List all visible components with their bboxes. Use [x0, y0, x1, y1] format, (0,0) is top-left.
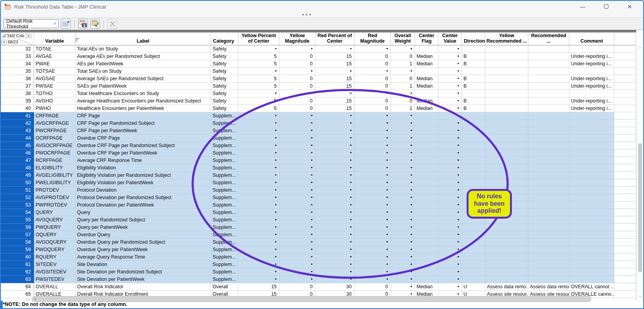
column-header-center-value[interactable]: Center Value	[438, 32, 462, 45]
red-recommended-cell[interactable]	[528, 201, 569, 209]
category-cell[interactable]: Supplem...	[211, 268, 238, 276]
yellow-recommended-cell[interactable]	[485, 97, 528, 105]
variable-cell[interactable]: AVGOQUERY	[34, 239, 75, 246]
red-magnitude-cell[interactable]: 0	[354, 97, 391, 105]
row-number-cell[interactable]: 39	[1, 97, 34, 105]
direction-cell[interactable]	[462, 112, 485, 120]
yellow-recommended-cell[interactable]	[485, 135, 528, 142]
center-value-cell[interactable]: •	[438, 224, 462, 231]
direction-cell[interactable]	[462, 127, 485, 135]
red-percent-cell[interactable]: 15	[315, 53, 354, 60]
spacer-cell[interactable]	[614, 187, 636, 194]
yellow-magnitude-cell[interactable]: 0	[279, 283, 315, 291]
variable-cell[interactable]: OCRFPAGE	[34, 135, 75, 142]
comment-cell[interactable]	[569, 224, 614, 231]
category-cell[interactable]: Supplem...	[211, 179, 238, 187]
overall-weight-cell[interactable]: 0	[391, 53, 415, 60]
direction-cell[interactable]	[462, 187, 485, 194]
yellow-magnitude-cell[interactable]: 0	[279, 105, 315, 112]
red-magnitude-cell[interactable]: •	[354, 164, 391, 172]
overall-weight-cell[interactable]: •	[391, 120, 415, 127]
category-cell[interactable]: Safety	[211, 97, 238, 105]
row-number-cell[interactable]: 42	[1, 120, 34, 127]
comment-cell[interactable]: Under-reporting i...	[569, 83, 614, 90]
category-cell[interactable]: Supplem...	[211, 127, 238, 135]
yellow-recommended-cell[interactable]	[485, 83, 528, 90]
center-value-cell[interactable]: •	[438, 60, 462, 68]
variable-cell[interactable]: AVGAE	[34, 53, 75, 60]
label-cell[interactable]: Eligibility Violation	[75, 164, 211, 172]
comment-cell[interactable]	[569, 149, 614, 157]
yellow-magnitude-cell[interactable]: •	[279, 164, 315, 172]
center-flag-cell[interactable]	[415, 68, 438, 75]
comment-cell[interactable]	[569, 231, 614, 239]
red-recommended-cell[interactable]	[528, 194, 569, 201]
row-number-cell[interactable]: 33	[1, 53, 34, 60]
overall-weight-cell[interactable]: •	[391, 172, 415, 179]
center-flag-cell[interactable]	[415, 120, 438, 127]
category-cell[interactable]: Supplem...	[211, 253, 238, 261]
center-flag-cell[interactable]: Median	[415, 283, 438, 291]
variable-cell[interactable]: TOTHO	[34, 90, 75, 97]
yellow-recommended-cell[interactable]	[485, 187, 528, 194]
row-number-cell[interactable]: 47	[1, 157, 34, 164]
red-percent-cell[interactable]: 15	[315, 60, 354, 68]
yellow-magnitude-cell[interactable]: •	[279, 120, 315, 127]
overall-weight-cell[interactable]: •	[391, 239, 415, 246]
center-flag-cell[interactable]	[415, 201, 438, 209]
overall-weight-cell[interactable]: 1	[391, 105, 415, 112]
yellow-recommended-cell[interactable]	[485, 157, 528, 164]
yellow-recommended-cell[interactable]	[485, 127, 528, 135]
direction-cell[interactable]	[462, 164, 485, 172]
label-cell[interactable]: Query	[75, 209, 211, 216]
spacer-cell[interactable]	[614, 209, 636, 216]
comment-cell[interactable]: Under-reporting i...	[569, 53, 614, 60]
variable-cell[interactable]: PWOCRFPAGE	[34, 149, 75, 157]
row-number-cell[interactable]: 34	[1, 60, 34, 68]
scroll-up-arrow-icon[interactable]: ⌃	[637, 46, 644, 52]
red-recommended-cell[interactable]	[528, 231, 569, 239]
variable-cell[interactable]: RCRFPAGE	[34, 157, 75, 164]
spacer-cell[interactable]	[614, 157, 636, 164]
center-value-cell[interactable]: •	[438, 239, 462, 246]
label-cell[interactable]: Protocol Deviation per PatientWeek	[75, 201, 211, 209]
yellow-percent-cell[interactable]: •	[238, 135, 279, 142]
direction-cell[interactable]	[462, 194, 485, 201]
center-value-cell[interactable]: •	[438, 149, 462, 157]
yellow-magnitude-cell[interactable]: •	[279, 157, 315, 164]
overall-weight-cell[interactable]: •	[391, 261, 415, 268]
row-number-cell[interactable]: 53	[1, 201, 34, 209]
yellow-recommended-cell[interactable]	[485, 216, 528, 224]
direction-cell[interactable]	[462, 68, 485, 75]
yellow-recommended-cell[interactable]	[485, 60, 528, 68]
red-recommended-cell[interactable]	[528, 142, 569, 149]
row-number-cell[interactable]: 50	[1, 179, 34, 187]
direction-cell[interactable]	[462, 120, 485, 127]
center-flag-cell[interactable]	[415, 112, 438, 120]
yellow-percent-cell[interactable]: 5	[238, 83, 279, 90]
red-percent-cell[interactable]: 15	[315, 83, 354, 90]
red-magnitude-cell[interactable]: •	[354, 194, 391, 201]
center-flag-cell[interactable]	[415, 239, 438, 246]
yellow-recommended-cell[interactable]	[485, 179, 528, 187]
variable-cell[interactable]: AVGSAE	[34, 75, 75, 83]
red-percent-cell[interactable]: •	[315, 239, 354, 246]
column-header-overall-weight[interactable]: Overall Weight	[391, 32, 415, 45]
yellow-percent-cell[interactable]: 15	[238, 283, 279, 291]
red-magnitude-cell[interactable]: •	[354, 179, 391, 187]
category-cell[interactable]: Supplem...	[211, 216, 238, 224]
row-number-cell[interactable]: 43	[1, 127, 34, 135]
variable-cell[interactable]: CRFPAGE	[34, 112, 75, 120]
center-flag-cell[interactable]	[415, 164, 438, 172]
minimize-button[interactable]: —	[579, 4, 586, 10]
center-value-cell[interactable]: •	[438, 127, 462, 135]
label-cell[interactable]: Site Deviation per Randomized Subject	[75, 268, 211, 276]
center-flag-cell[interactable]: Median	[415, 53, 438, 60]
yellow-recommended-cell[interactable]	[485, 68, 528, 75]
yellow-magnitude-cell[interactable]: •	[279, 216, 315, 224]
variable-cell[interactable]: OVERALL	[34, 283, 75, 291]
row-number-cell[interactable]: 57	[1, 231, 34, 239]
column-header-yellow-recommended[interactable]: Yellow Recommended ...	[485, 32, 528, 45]
center-flag-cell[interactable]	[415, 45, 438, 53]
yellow-percent-cell[interactable]: •	[238, 45, 279, 53]
